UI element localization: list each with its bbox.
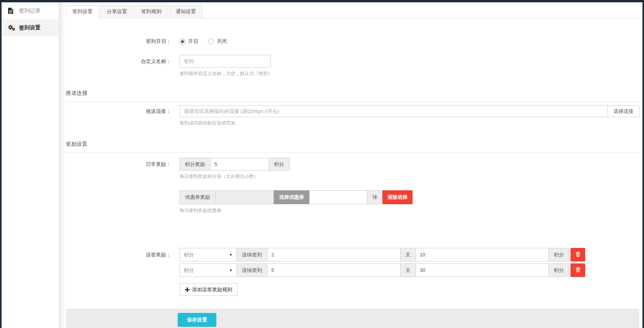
custom-name-label: 自定义名称： <box>66 55 171 68</box>
tab-notification-settings[interactable]: 通知设置 <box>169 5 202 18</box>
custom-name-input[interactable] <box>180 55 271 68</box>
sidebar-item-label: 签到记录 <box>19 7 41 14</box>
streak-prefix: 连续签到 <box>236 263 267 277</box>
plus-icon <box>185 287 191 292</box>
delete-rule-button[interactable] <box>570 248 585 261</box>
push-link-help: 签到成功跳转制定连接页面 <box>180 120 639 126</box>
sidebar-item-label: 签到设置 <box>19 24 41 31</box>
streak-days-input[interactable] <box>267 248 401 261</box>
coupon-reward-prefix: 优惠券奖励 <box>180 190 216 204</box>
streak-reward-label: 连签奖励： <box>66 248 171 261</box>
select-coupon-button[interactable]: 选择优惠券 <box>274 190 310 204</box>
save-settings-button[interactable]: 保存设置 <box>178 313 216 327</box>
row-daily-reward: 日常奖励： 积分奖励 积分 每日签到奖励积分值（允许两位小数） <box>66 158 639 180</box>
streak-amount-unit: 积分 <box>548 263 569 277</box>
chevron-down-icon: ▼ <box>229 253 233 257</box>
reward-type-select[interactable]: 积分 ▼ <box>180 263 237 277</box>
push-link-group: 选择连接 <box>180 105 639 117</box>
coupon-count-input[interactable] <box>309 190 367 204</box>
file-text-icon <box>8 8 15 14</box>
form-footer: 保存设置 <box>66 309 639 328</box>
sidebar-item-checkin-settings[interactable]: 签到设置 <box>2 19 59 36</box>
streak-days-input[interactable] <box>267 263 401 277</box>
tab-checkin-settings[interactable]: 签到设置 <box>66 5 99 18</box>
daily-reward-prefix: 积分奖励 <box>180 158 211 171</box>
coupon-count-unit: 张 <box>367 190 383 204</box>
daily-reward-label: 日常奖励： <box>66 158 171 171</box>
row-checkin-enable: 签到开启： 开启 关闭 <box>66 38 639 44</box>
radio-option-off[interactable]: 关闭 <box>208 38 227 45</box>
choose-link-button[interactable]: 选择连接 <box>608 105 639 117</box>
streak-amount-input[interactable] <box>416 248 549 261</box>
streak-rule-row: 积分 ▼ 连续签到 天 积分 <box>180 263 585 277</box>
sidebar-item-checkin-records[interactable]: 签到记录 <box>2 2 59 19</box>
streak-amount-unit: 积分 <box>548 248 569 261</box>
radio-off-icon[interactable] <box>208 39 214 44</box>
add-rule-button[interactable]: 添加连签奖励规则 <box>180 283 238 296</box>
checkin-enable-label: 签到开启： <box>66 38 171 44</box>
chevron-down-icon: ▼ <box>229 268 233 272</box>
push-section-title: 推送连接 <box>66 90 639 102</box>
coupon-name-input <box>215 190 274 204</box>
custom-name-help: 签到插件自定义名称，为空，默认为《签到》 <box>180 70 272 77</box>
radio-option-on[interactable]: 开启 <box>180 38 198 45</box>
streak-prefix: 连续签到 <box>236 248 267 261</box>
tab-share-settings[interactable]: 分享设置 <box>100 5 134 18</box>
row-coupon-reward: 优惠券奖励 选择优惠券 张 清除选择 每日签到奖励优惠券 <box>66 190 639 214</box>
coupon-reward-group: 优惠券奖励 选择优惠券 张 清除选择 <box>180 190 639 204</box>
trash-icon <box>575 267 581 273</box>
checkin-enable-options: 开启 关闭 <box>180 38 237 45</box>
tab-checkin-rules[interactable]: 签到规则 <box>135 5 168 18</box>
radio-off-label: 关闭 <box>217 38 227 45</box>
reward-type-value: 积分 <box>184 251 194 258</box>
main-panel: 签到设置 分享设置 签到规则 通知设置 签到开启： 开启 关闭 <box>59 2 642 328</box>
reward-type-value: 积分 <box>184 267 194 274</box>
streak-rule-row: 积分 ▼ 连续签到 天 积分 <box>180 248 585 261</box>
push-link-input[interactable] <box>180 105 608 117</box>
row-push-link: 推送连接： 选择连接 签到成功跳转制定连接页面 <box>66 105 639 126</box>
sidebar: 签到记录 <box>2 2 59 328</box>
radio-on-icon[interactable] <box>180 39 185 44</box>
radio-on-label: 开启 <box>188 38 198 45</box>
daily-reward-group: 积分奖励 积分 <box>180 158 289 171</box>
daily-reward-suffix: 积分 <box>269 158 289 171</box>
gears-icon <box>8 25 15 31</box>
streak-amount-input[interactable] <box>416 263 549 277</box>
reward-section-title: 奖励设置 <box>66 141 639 153</box>
trash-icon <box>575 251 581 258</box>
row-custom-name: 自定义名称： 签到插件自定义名称，为空，默认为《签到》 <box>66 55 639 77</box>
daily-reward-input[interactable] <box>210 158 269 171</box>
streak-days-unit: 天 <box>400 263 416 277</box>
coupon-reward-help: 每日签到奖励优惠券 <box>180 207 639 214</box>
tab-bar: 签到设置 分享设置 签到规则 通知设置 <box>66 5 639 18</box>
app-window: 签到记录 <box>0 0 644 328</box>
row-streak-reward: 连签奖励： 积分 ▼ 连续签到 天 积分 <box>66 248 639 296</box>
add-rule-label: 添加连签奖励规则 <box>192 286 232 293</box>
delete-rule-button[interactable] <box>570 263 585 277</box>
daily-reward-help: 每日签到奖励积分值（允许两位小数） <box>180 173 289 180</box>
clear-coupon-button[interactable]: 清除选择 <box>382 190 413 204</box>
streak-days-unit: 天 <box>400 248 416 261</box>
reward-type-select[interactable]: 积分 ▼ <box>180 248 237 261</box>
push-link-label: 推送连接： <box>66 105 171 117</box>
